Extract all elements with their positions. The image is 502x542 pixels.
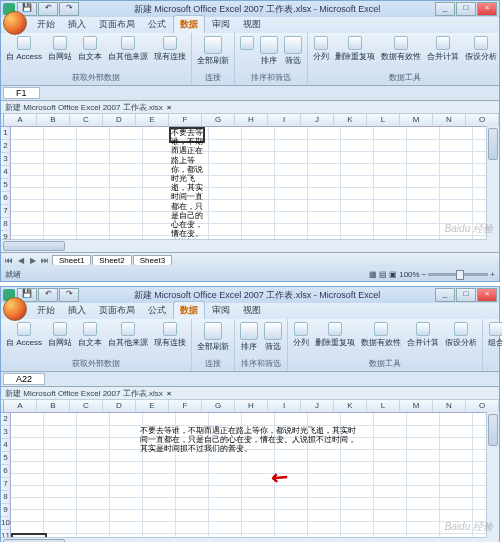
row-header-10[interactable]: 10 [1,517,11,530]
grid-top[interactable]: ABCDEFGHIJKLMNO 12345678910 不要去等谁，不期而遇正在… [1,114,499,252]
office-button[interactable] [3,11,27,35]
tab-review[interactable]: 审阅 [206,16,236,33]
row-header-8[interactable]: 8 [1,218,11,231]
tab-home[interactable]: 开始 [31,16,61,33]
cell-merged-text[interactable]: 不要去等谁，不期而遇正在路上等你，都说时光飞逝，其实时间一直都在，只是自己的心在… [139,425,361,455]
tab-view[interactable]: 视图 [237,16,267,33]
qat[interactable]: 💾 ↶ ↷ [17,2,79,16]
hscroll[interactable] [1,239,487,252]
col-header-A[interactable]: A [4,114,37,126]
doc-filename[interactable]: 新建 Microsoft Office Excel 2007 工作表.xlsx [5,102,163,113]
tab-data[interactable]: 数据 [173,301,205,319]
col-header-B[interactable]: B [37,114,70,126]
consolidate-button[interactable]: 合并计算 [405,321,441,349]
remove-dup-button[interactable]: 删除重复项 [333,35,377,63]
col-header-I[interactable]: I [268,400,301,412]
from-other-button[interactable]: 自其他来源 [106,35,150,63]
hscroll[interactable] [1,537,487,542]
tab-formula[interactable]: 公式 [142,302,172,319]
consolidate-button[interactable]: 合并计算 [425,35,461,63]
view-layout-icon[interactable]: ▤ [379,270,387,279]
zoom-slider[interactable] [428,273,488,276]
existing-conn-button[interactable]: 现有连接 [152,35,188,63]
existing-conn-button[interactable]: 现有连接 [152,321,188,349]
sort-button[interactable]: 排序 [238,321,260,353]
col-header-N[interactable]: N [433,114,466,126]
row-header-8[interactable]: 8 [1,491,11,504]
col-header-H[interactable]: H [235,114,268,126]
validation-button[interactable]: 数据有效性 [359,321,403,349]
row-header-7[interactable]: 7 [1,478,11,491]
row-header-3[interactable]: 3 [1,153,11,166]
doc-close-icon[interactable]: × [167,103,172,112]
col-header-M[interactable]: M [400,400,433,412]
row-header-1[interactable]: 1 [1,127,11,140]
sheet-tab-2[interactable]: Sheet2 [92,255,131,265]
col-header-D[interactable]: D [103,400,136,412]
row-header-9[interactable]: 9 [1,504,11,517]
qat-redo-icon[interactable]: ↷ [59,2,79,16]
row-header-6[interactable]: 6 [1,192,11,205]
sheet-tab-3[interactable]: Sheet3 [133,255,172,265]
remove-dup-button[interactable]: 删除重复项 [313,321,357,349]
col-header-M[interactable]: M [400,114,433,126]
col-header-L[interactable]: L [367,400,400,412]
sheet-nav-next[interactable]: ▶ [27,256,39,265]
from-text-button[interactable]: 自文本 [76,321,104,349]
view-normal-icon[interactable]: ▦ [369,270,377,279]
filter-button[interactable]: 筛选 [262,321,284,353]
tab-formula[interactable]: 公式 [142,16,172,33]
minimize-button[interactable]: _ [435,2,455,16]
tab-home[interactable]: 开始 [31,302,61,319]
doc-filename[interactable]: 新建 Microsoft Office Excel 2007 工作表.xlsx [5,388,163,399]
col-header-O[interactable]: O [466,400,499,412]
sheet-nav-last[interactable]: ⏭ [39,256,51,265]
name-box[interactable]: F1 [3,87,40,99]
close-button[interactable]: × [477,288,497,302]
col-header-F[interactable]: F [169,400,202,412]
tab-layout[interactable]: 页面布局 [93,16,141,33]
row-header-4[interactable]: 4 [1,439,11,452]
filter-button[interactable]: 筛选 [282,35,304,67]
doc-close-icon[interactable]: × [167,389,172,398]
col-header-K[interactable]: K [334,114,367,126]
qat[interactable]: 💾 ↶ ↷ [17,288,79,302]
col-header-E[interactable]: E [136,400,169,412]
col-header-G[interactable]: G [202,114,235,126]
cells-area[interactable]: 不要去等谁，不期而遇正在路上等你，都说时光飞逝，其实时间一直都在，只是自己的心在… [11,127,499,241]
whatif-button[interactable]: 假设分析 [463,35,499,63]
col-header-J[interactable]: J [301,400,334,412]
row-header-7[interactable]: 7 [1,205,11,218]
vscroll[interactable] [486,126,499,252]
row-header-5[interactable]: 5 [1,179,11,192]
whatif-button[interactable]: 假设分析 [443,321,479,349]
office-button[interactable] [3,297,27,321]
row-header-4[interactable]: 4 [1,166,11,179]
minimize-button[interactable]: _ [435,288,455,302]
cell-f1-text[interactable]: 不要去等谁，不期而遇正在路上等你，都说时光飞逝，其实时间一直都在，只是自己的心在… [170,127,208,252]
from-web-button[interactable]: 自网站 [46,35,74,63]
close-button[interactable]: × [477,2,497,16]
qat-undo-icon[interactable]: ↶ [38,288,58,302]
zoom-in-button[interactable]: + [490,270,495,279]
row-header-3[interactable]: 3 [1,426,11,439]
qat-redo-icon[interactable]: ↷ [59,288,79,302]
from-text-button[interactable]: 自文本 [76,35,104,63]
text-to-col-button[interactable]: 分列 [291,321,311,349]
tab-view[interactable]: 视图 [237,302,267,319]
from-web-button[interactable]: 自网站 [46,321,74,349]
tab-insert[interactable]: 插入 [62,302,92,319]
col-header-C[interactable]: C [70,114,103,126]
row-header-5[interactable]: 5 [1,452,11,465]
sort-asc-button[interactable] [238,35,256,51]
sheet-tab-1[interactable]: Sheet1 [52,255,91,265]
zoom-level[interactable]: 100% [399,270,419,279]
col-header-H[interactable]: H [235,400,268,412]
maximize-button[interactable]: □ [456,2,476,16]
qat-undo-icon[interactable]: ↶ [38,2,58,16]
refresh-all-button[interactable]: 全部刷新 [195,35,231,67]
name-box[interactable]: A22 [3,373,45,385]
sheet-nav-prev[interactable]: ◀ [15,256,27,265]
col-header-I[interactable]: I [268,114,301,126]
col-header-G[interactable]: G [202,400,235,412]
